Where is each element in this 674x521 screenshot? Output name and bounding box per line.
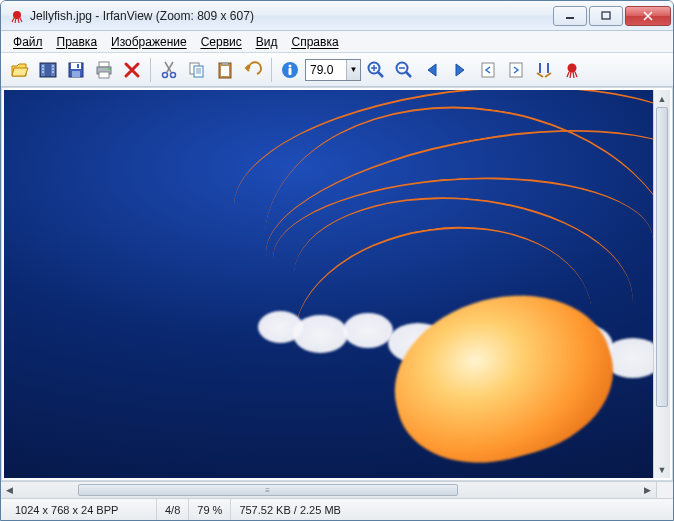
menu-service[interactable]: Сервис bbox=[195, 33, 248, 51]
menu-edit[interactable]: Правка bbox=[51, 33, 104, 51]
next-page-icon[interactable] bbox=[503, 57, 529, 83]
prev-icon[interactable] bbox=[419, 57, 445, 83]
scroll-up-button[interactable]: ▲ bbox=[654, 90, 670, 107]
window-title: Jellyfish.jpg - IrfanView (Zoom: 809 x 6… bbox=[30, 9, 551, 23]
window-controls bbox=[551, 6, 671, 26]
hscroll-track[interactable]: ≡ bbox=[18, 482, 639, 498]
titlebar: Jellyfish.jpg - IrfanView (Zoom: 809 x 6… bbox=[1, 1, 673, 31]
svg-rect-32 bbox=[482, 63, 494, 77]
svg-rect-6 bbox=[42, 65, 44, 67]
maximize-button[interactable] bbox=[589, 6, 623, 26]
svg-rect-33 bbox=[510, 63, 522, 77]
zoom-dropdown-button[interactable]: ▼ bbox=[346, 60, 360, 80]
print-icon[interactable] bbox=[91, 57, 117, 83]
zoom-out-icon[interactable] bbox=[391, 57, 417, 83]
scroll-down-button[interactable]: ▼ bbox=[654, 461, 670, 478]
svg-rect-18 bbox=[99, 72, 109, 78]
svg-point-19 bbox=[108, 68, 110, 70]
svg-rect-15 bbox=[77, 64, 79, 68]
status-dimensions: 1024 x 768 x 24 BPP bbox=[7, 499, 157, 520]
vscroll-thumb[interactable] bbox=[656, 107, 668, 407]
svg-point-28 bbox=[289, 64, 292, 67]
svg-rect-2 bbox=[602, 12, 610, 19]
scroll-corner bbox=[656, 481, 673, 498]
save-icon[interactable] bbox=[63, 57, 89, 83]
copy-icon[interactable] bbox=[184, 57, 210, 83]
status-filesize: 757.52 KB / 2.25 MB bbox=[231, 499, 349, 520]
menu-image[interactable]: Изображение bbox=[105, 33, 193, 51]
settings-icon[interactable] bbox=[531, 57, 557, 83]
minimize-button[interactable] bbox=[553, 6, 587, 26]
svg-rect-23 bbox=[194, 66, 203, 77]
scroll-left-button[interactable]: ◀ bbox=[1, 482, 18, 498]
slideshow-icon[interactable] bbox=[35, 57, 61, 83]
delete-icon[interactable] bbox=[119, 57, 145, 83]
app-icon bbox=[9, 8, 25, 24]
svg-point-34 bbox=[568, 63, 577, 72]
hscroll-thumb[interactable]: ≡ bbox=[78, 484, 458, 496]
statusbar: 1024 x 768 x 24 BPP 4/8 79 % 757.52 KB /… bbox=[1, 498, 673, 520]
horizontal-scrollbar[interactable]: ◀ ≡ ▶ bbox=[1, 481, 656, 498]
menu-file[interactable]: Файл bbox=[7, 33, 49, 51]
menu-help[interactable]: Справка bbox=[286, 33, 345, 51]
svg-rect-29 bbox=[289, 68, 292, 75]
toolbar: ▼ bbox=[1, 53, 673, 87]
svg-point-20 bbox=[163, 72, 168, 77]
vertical-scrollbar[interactable]: ▲ ▼ bbox=[653, 90, 670, 478]
zoom-in-icon[interactable] bbox=[363, 57, 389, 83]
svg-rect-26 bbox=[221, 66, 229, 76]
paste-icon[interactable] bbox=[212, 57, 238, 83]
zoom-combo[interactable]: ▼ bbox=[305, 59, 361, 81]
open-icon[interactable] bbox=[7, 57, 33, 83]
status-index: 4/8 bbox=[157, 499, 189, 520]
vscroll-track[interactable] bbox=[654, 107, 670, 461]
svg-rect-8 bbox=[42, 71, 44, 73]
svg-rect-13 bbox=[71, 63, 81, 69]
cut-icon[interactable] bbox=[156, 57, 182, 83]
svg-rect-14 bbox=[72, 71, 80, 77]
info-icon[interactable] bbox=[277, 57, 303, 83]
svg-rect-25 bbox=[222, 62, 228, 65]
undo-icon[interactable] bbox=[240, 57, 266, 83]
menubar: Файл Правка Изображение Сервис Вид Справ… bbox=[1, 31, 673, 53]
close-button[interactable] bbox=[625, 6, 671, 26]
svg-rect-11 bbox=[52, 71, 54, 73]
svg-rect-9 bbox=[52, 65, 54, 67]
svg-rect-10 bbox=[52, 68, 54, 70]
next-icon[interactable] bbox=[447, 57, 473, 83]
svg-rect-1 bbox=[566, 17, 574, 19]
menu-view[interactable]: Вид bbox=[250, 33, 284, 51]
svg-point-0 bbox=[13, 11, 21, 19]
about-icon[interactable] bbox=[559, 57, 585, 83]
svg-rect-16 bbox=[99, 62, 109, 67]
prev-page-icon[interactable] bbox=[475, 57, 501, 83]
image-viewport[interactable] bbox=[4, 90, 653, 478]
svg-rect-7 bbox=[42, 68, 44, 70]
content-area: ▲ ▼ bbox=[1, 87, 673, 481]
zoom-input[interactable] bbox=[306, 60, 346, 80]
scroll-right-button[interactable]: ▶ bbox=[639, 482, 656, 498]
svg-point-21 bbox=[171, 72, 176, 77]
status-zoom: 79 % bbox=[189, 499, 231, 520]
